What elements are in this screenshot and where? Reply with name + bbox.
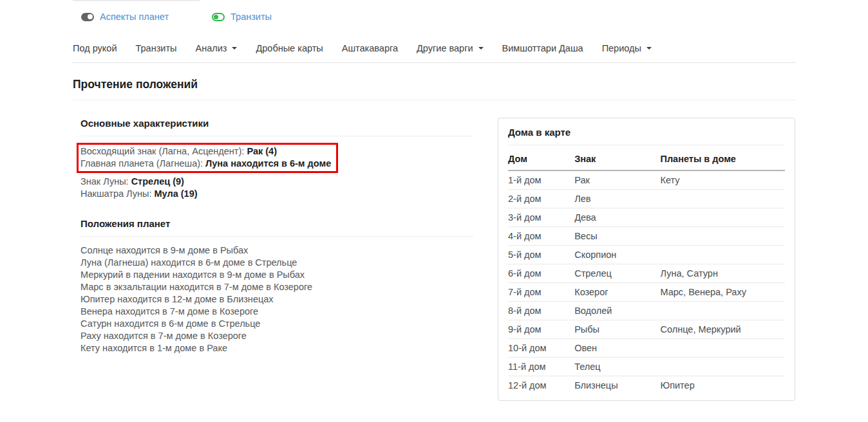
characteristic-line: Знак Луны: Стрелец (9) bbox=[80, 176, 473, 188]
house-cell: 1-й дом bbox=[508, 170, 574, 190]
sign-cell: Близнецы bbox=[574, 376, 660, 395]
sign-cell: Скорпион bbox=[574, 246, 660, 264]
planet-position-line: Марс в экзальтации находится в 7-м доме … bbox=[80, 281, 473, 293]
column-header-planets: Планеты в доме bbox=[660, 147, 785, 170]
planets-cell bbox=[660, 339, 785, 358]
characteristic-label: Главная планета (Лагнеша): bbox=[80, 158, 205, 169]
table-row: 3-й дом Дева bbox=[508, 208, 785, 227]
house-cell: 8-й дом bbox=[508, 302, 574, 320]
table-row: 10-й дом Овен bbox=[508, 339, 785, 358]
planets-cell bbox=[660, 358, 785, 376]
characteristic-label: Восходящий знак (Лагна, Асцендент): bbox=[80, 146, 247, 156]
transits-toggle[interactable]: Транзиты bbox=[212, 12, 272, 22]
toggle-off-icon[interactable] bbox=[81, 13, 94, 21]
table-row: 6-й дом Стрелец Луна, Сатурн bbox=[508, 264, 785, 283]
characteristic-value: Луна находится в 6-м доме bbox=[205, 158, 331, 169]
nav-tab-label: Транзиты bbox=[135, 43, 176, 53]
chevron-down-icon bbox=[478, 47, 484, 50]
table-row: 7-й дом Козерог Марс, Венера, Раху bbox=[508, 283, 785, 302]
house-cell: 5-й дом bbox=[508, 246, 574, 264]
planets-cell: Солнце, Меркурий bbox=[660, 320, 785, 339]
sign-cell: Рак bbox=[574, 170, 660, 190]
main-characteristics-heading: Основные характеристики bbox=[80, 118, 473, 136]
nav-tab[interactable]: Другие варги bbox=[417, 38, 484, 62]
characteristic-label: Накшатра Луны: bbox=[80, 188, 154, 199]
planet-positions-list: Солнце находится в 9-м доме в Рыбах Луна… bbox=[80, 244, 473, 354]
cropped-element-edge bbox=[73, 0, 200, 1]
sign-cell: Овен bbox=[574, 339, 660, 358]
nav-tab-label: Анализ bbox=[195, 43, 227, 53]
sign-cell: Весы bbox=[574, 227, 660, 246]
planet-position-line: Солнце находится в 9-м доме в Рыбах bbox=[80, 244, 473, 257]
planets-cell: Марс, Венера, Раху bbox=[660, 283, 785, 302]
planets-cell: Кету bbox=[660, 170, 785, 190]
house-cell: 7-й дом bbox=[508, 283, 574, 302]
main-content: Основные характеристики Восходящий знак … bbox=[73, 118, 795, 401]
toggle-knob bbox=[214, 15, 218, 19]
table-row: 1-й дом Рак Кету bbox=[508, 170, 785, 190]
planets-cell: Луна, Сатурн bbox=[660, 264, 785, 283]
aspects-toggle-label[interactable]: Аспекты планет bbox=[100, 12, 169, 22]
house-cell: 4-й дом bbox=[508, 227, 574, 246]
nav-tab[interactable]: Аштакаварга bbox=[342, 38, 398, 62]
planets-cell: Юпитер bbox=[660, 376, 785, 395]
column-header-sign: Знак bbox=[574, 147, 660, 170]
readings-column: Основные характеристики Восходящий знак … bbox=[73, 118, 498, 354]
table-row: 4-й дом Весы bbox=[508, 227, 785, 246]
nav-tab-label: Дробные карты bbox=[256, 43, 323, 53]
planet-position-line: Юпитер находится в 12-м доме в Близнецах bbox=[80, 293, 473, 306]
nav-tab-label: Периоды bbox=[602, 43, 641, 53]
nav-tab[interactable]: Периоды bbox=[602, 38, 652, 62]
toggle-on-icon[interactable] bbox=[212, 13, 225, 21]
main-nav: Под рукой Транзиты Анализ Дробные карты … bbox=[73, 38, 795, 63]
house-cell: 9-й дом bbox=[508, 320, 574, 339]
planets-cell bbox=[660, 190, 785, 208]
planet-position-line: Луна (Лагнеша) находится в 6-м доме в Ст… bbox=[80, 257, 473, 269]
nav-tab[interactable]: Вимшоттари Даша bbox=[502, 38, 583, 62]
page-title: Прочтение положений bbox=[73, 78, 795, 100]
sign-cell: Козерог bbox=[574, 283, 660, 302]
houses-table-body: 1-й дом Рак Кету 2-й дом Лев 3-й дом bbox=[508, 170, 785, 394]
characteristic-value: Мула (19) bbox=[154, 188, 197, 199]
column-header-house: Дом bbox=[508, 147, 574, 170]
characteristic-value: Стрелец (9) bbox=[131, 176, 184, 187]
nav-tab[interactable]: Анализ bbox=[195, 38, 237, 62]
transits-toggle-label[interactable]: Транзиты bbox=[231, 12, 272, 22]
nav-tab-label: Другие варги bbox=[417, 43, 473, 53]
table-row: 11-й дом Телец bbox=[508, 358, 785, 376]
planet-position-line: Меркурий в падении находится в 9-м доме … bbox=[80, 269, 473, 281]
planet-position-line: Кету находится в 1-м доме в Раке bbox=[80, 342, 473, 354]
toggle-knob bbox=[88, 14, 93, 19]
house-cell: 3-й дом bbox=[508, 208, 574, 227]
nav-tab-label: Вимшоттари Даша bbox=[502, 43, 583, 53]
characteristic-line: Накшатра Луны: Мула (19) bbox=[80, 188, 473, 200]
sign-cell: Стрелец bbox=[574, 264, 660, 283]
planet-position-line: Раху находится в 7-м доме в Козероге bbox=[80, 330, 473, 342]
planets-cell bbox=[660, 227, 785, 246]
planets-cell bbox=[660, 302, 785, 320]
table-row: 8-й дом Водолей bbox=[508, 302, 785, 320]
chevron-down-icon bbox=[232, 47, 237, 50]
aspects-toggle[interactable]: Аспекты планет bbox=[81, 12, 169, 22]
characteristic-line: Восходящий знак (Лагна, Асцендент): Рак … bbox=[80, 145, 331, 158]
nav-tab[interactable]: Транзиты bbox=[135, 38, 176, 62]
sign-cell: Телец bbox=[574, 358, 660, 376]
toggles-row: Аспекты планет Транзиты bbox=[73, 0, 795, 22]
planet-position-line: Венера находится в 7-м доме в Козероге bbox=[80, 306, 473, 318]
sign-cell: Дева bbox=[574, 208, 660, 227]
sign-cell: Рыбы bbox=[574, 320, 660, 339]
characteristics-list: Знак Луны: Стрелец (9) Накшатра Луны: Му… bbox=[80, 176, 473, 200]
nav-tab[interactable]: Дробные карты bbox=[256, 38, 323, 62]
planet-positions-heading: Положения планет bbox=[80, 218, 473, 237]
nav-tab-label: Под рукой bbox=[73, 43, 117, 53]
table-row: 12-й дом Близнецы Юпитер bbox=[508, 376, 785, 395]
house-cell: 10-й дом bbox=[508, 339, 574, 358]
planets-cell bbox=[660, 246, 785, 264]
houses-table-head: Дом Знак Планеты в доме bbox=[508, 147, 785, 170]
houses-card: Дома в карте Дом Знак Планеты в доме 1-й… bbox=[498, 118, 795, 401]
house-cell: 2-й дом bbox=[508, 190, 574, 208]
house-cell: 12-й дом bbox=[508, 376, 574, 395]
table-row: 2-й дом Лев bbox=[508, 190, 785, 208]
chevron-down-icon bbox=[646, 47, 652, 50]
nav-tab[interactable]: Под рукой bbox=[73, 38, 117, 62]
